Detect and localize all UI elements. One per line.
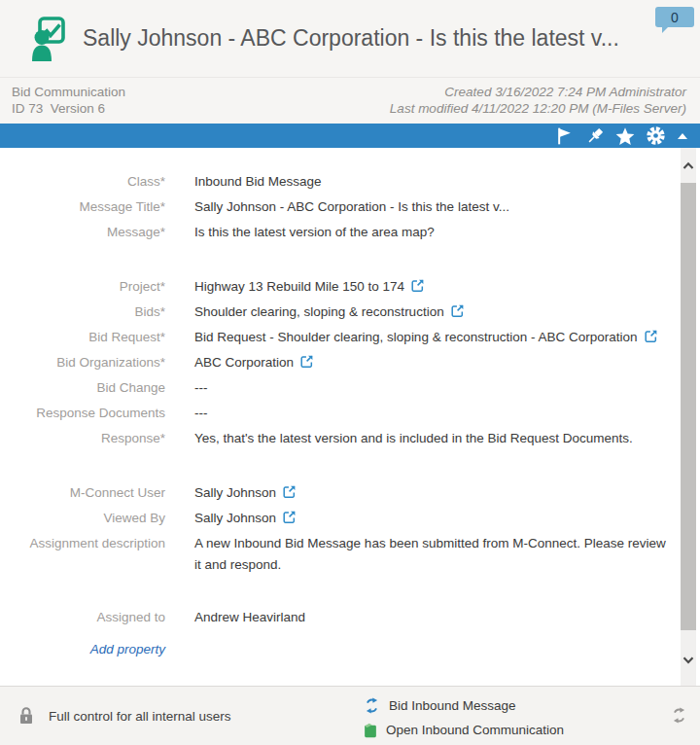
property-value[interactable]: Andrew Heavirland [194,605,305,628]
property-value-text: Shoulder clearing, sloping & reconstruct… [194,302,444,323]
property-label: Project* [0,274,165,300]
property-value[interactable]: Inbound Bid Message [194,169,322,193]
assignment-icon [32,17,65,61]
workflow-icon [364,697,380,714]
property-value[interactable]: Sally Johnson [194,480,296,504]
property-value[interactable]: ABC Corporation [194,350,313,373]
workflow-group: Bid Inbound Message Open Inbound Communi… [364,693,564,742]
property-value-text: Is this the latest version of the area m… [194,222,435,243]
property-value[interactable]: Shoulder clearing, sloping & reconstruct… [194,300,464,323]
property-row: Assigned to Andrew Heavirland [0,605,671,630]
star-icon[interactable] [614,125,636,147]
property-value-text: Yes, that's the latest version and is in… [194,428,633,449]
external-link-icon[interactable] [411,279,424,292]
scrollbar-thumb[interactable] [681,183,696,630]
property-row: M-Connect User Sally Johnson [0,480,671,506]
vertical-scrollbar[interactable] [681,148,696,686]
state-row[interactable]: Open Inbound Communication [364,718,564,742]
workflow-label: Bid Inbound Message [389,698,516,713]
object-info-bar: Bid Communication ID 73 Version 6 Create… [0,78,700,124]
state-label: Open Inbound Communication [386,723,564,737]
property-label: Assignment description [0,531,165,556]
created-info: Created 3/16/2022 7:24 PM Administrator [390,84,686,100]
property-value[interactable]: Sally Johnson [194,506,296,529]
property-value[interactable]: Sally Johnson - ABC Corporation - Is thi… [194,195,509,218]
comments-badge[interactable]: 0 [655,7,694,27]
permissions-group[interactable]: Full control for all internal users [18,687,231,745]
external-link-icon[interactable] [645,330,657,342]
property-value-text: ABC Corporation [194,352,294,373]
external-link-icon[interactable] [283,485,296,498]
collapse-icon[interactable] [675,125,690,147]
gear-icon[interactable] [645,125,666,147]
add-property-link[interactable]: Add property [70,642,165,656]
external-link-icon[interactable] [300,355,313,368]
flag-icon[interactable] [554,125,576,147]
object-type-label: Bid Communication [12,84,125,100]
metadata-card-header: Sally Johnson - ABC Corporation - Is thi… [0,0,700,78]
metadata-toolbar [0,124,700,148]
property-value[interactable]: Is this the latest version of the area m… [194,220,435,243]
property-value-text: Sally Johnson - ABC Corporation - Is thi… [194,196,509,218]
property-label: Message* [0,220,165,245]
property-row: Message* Is this the latest version of t… [0,220,671,245]
property-value[interactable]: Bid Request - Shoulder clearing, sloping… [194,325,657,348]
property-value[interactable]: --- [194,401,208,424]
property-label: Bids* [0,300,165,325]
property-value-text: --- [194,403,208,424]
property-label: Response Documents [0,401,165,426]
modified-info: Last modified 4/11/2022 12:20 PM (M-File… [390,100,686,117]
property-value[interactable]: Highway 13 Rebuild Mile 150 to 174 [194,274,424,298]
property-row: Bid Request* Bid Request - Shoulder clea… [0,325,671,350]
property-value-text: --- [194,377,208,399]
scroll-up-icon[interactable] [681,158,696,173]
property-label: Bid Change [0,375,165,401]
property-value-text: Andrew Heavirland [194,607,305,628]
property-value-text: Bid Request - Shoulder clearing, sloping… [194,327,638,348]
property-value-text: Sally Johnson [194,482,276,504]
property-label: Response* [0,426,165,451]
status-bar: Full control for all internal users Bid … [0,686,700,745]
property-row: Bid Organizations* ABC Corporation [0,350,671,375]
property-row: Class* Inbound Bid Message [0,169,671,195]
external-link-icon[interactable] [283,511,296,523]
property-label: Message Title* [0,195,165,220]
refresh-icon[interactable] [671,707,687,727]
property-value-text: Inbound Bid Message [194,171,322,193]
property-value-text: A new Inbound Bid Message has been submi… [194,533,667,576]
property-value[interactable]: A new Inbound Bid Message has been submi… [194,531,667,576]
property-label: Bid Request* [0,325,165,350]
state-icon [364,723,377,738]
property-label: Assigned to [0,605,165,630]
property-list: Class* Inbound Bid Message Message Title… [0,169,700,630]
scroll-down-icon[interactable] [681,652,696,667]
property-row: Viewed By Sally Johnson [0,506,671,531]
property-row: Message Title* Sally Johnson - ABC Corpo… [0,195,671,220]
external-link-icon[interactable] [451,304,464,317]
property-row: Bid Change --- [0,375,671,401]
property-label: Bid Organizations* [0,350,165,375]
property-label: Viewed By [0,506,165,531]
property-value[interactable]: Yes, that's the latest version and is in… [194,426,633,449]
object-id-version: ID 73 Version 6 [12,100,125,117]
workflow-row[interactable]: Bid Inbound Message [364,693,564,718]
property-row: Bids* Shoulder clearing, sloping & recon… [0,300,671,325]
property-label: M-Connect User [0,480,165,506]
property-row: Project* Highway 13 Rebuild Mile 150 to … [0,274,671,300]
property-row: Response* Yes, that's the latest version… [0,426,671,451]
property-label: Class* [0,169,165,195]
property-value[interactable]: --- [194,375,208,399]
pin-icon[interactable] [584,125,606,147]
property-row: Assignment description A new Inbound Bid… [0,531,671,576]
property-panel: Class* Inbound Bid Message Message Title… [0,148,700,686]
property-row: Response Documents --- [0,401,671,426]
property-value-text: Sally Johnson [194,508,276,529]
permissions-label: Full control for all internal users [49,709,231,724]
property-value-text: Highway 13 Rebuild Mile 150 to 174 [194,276,404,298]
lock-icon [18,706,35,726]
page-title: Sally Johnson - ABC Corporation - Is thi… [83,25,619,52]
metadata-card: Sally Johnson - ABC Corporation - Is thi… [0,0,700,745]
